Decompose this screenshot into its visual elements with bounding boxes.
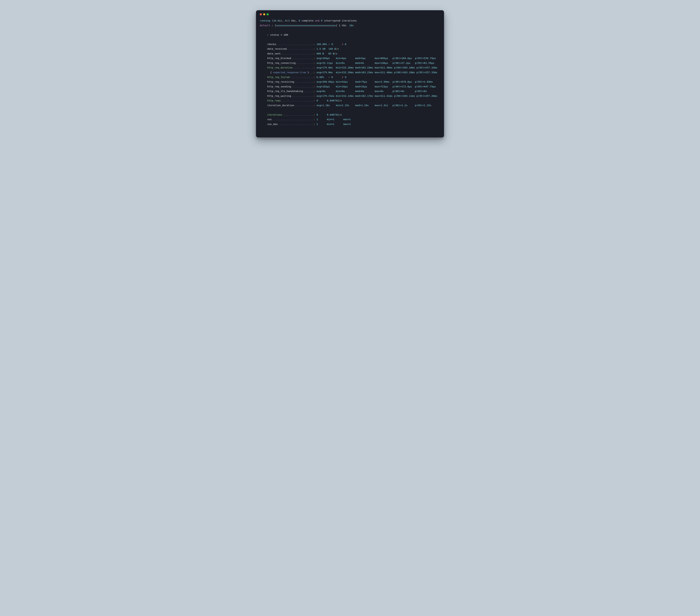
colon: :: [313, 99, 315, 102]
colon: :: [313, 43, 315, 46]
metric-label: http_req_failed: [267, 76, 290, 78]
check-icon: ✓: [270, 24, 275, 27]
indent: [260, 52, 267, 55]
cross-icon: ✗: [342, 76, 345, 78]
check-icon: ✓: [327, 76, 332, 78]
colon: :: [313, 85, 315, 88]
ps-unit: s: [340, 99, 342, 102]
fail-count: 0: [345, 43, 347, 46]
dots: ...: [309, 71, 313, 74]
slash: /: [336, 48, 337, 50]
colon: :: [313, 118, 315, 121]
dots: ............: [296, 62, 314, 64]
pass-count: 9: [332, 43, 333, 46]
dots: ........................: [278, 123, 314, 126]
ps-unit: s: [337, 48, 339, 50]
indent: [260, 99, 267, 102]
indent: [260, 66, 267, 69]
dots: .....................: [282, 113, 313, 116]
dots: ......................: [280, 99, 313, 102]
metric-label: http_req_waiting: [267, 94, 291, 97]
complete-count: 9: [299, 19, 300, 22]
dots: ...............: [291, 57, 313, 60]
terminal-window: running (10.6s), 0/1 VUs, 9 complete and…: [256, 10, 444, 138]
dots: .............: [294, 104, 314, 107]
dots: .............: [294, 80, 314, 83]
slash: /: [335, 52, 336, 55]
colon: :: [313, 66, 315, 69]
colon: :: [313, 94, 315, 97]
indent: [260, 34, 267, 36]
colon: :: [313, 80, 315, 83]
metric-value: 1 min=1 max=1: [315, 123, 351, 126]
metric-label: vus: [267, 118, 272, 121]
metric-value: 900 B 85 B: [315, 52, 335, 55]
terminal-output: running (10.6s), 0/1 VUs, 9 complete and…: [260, 18, 440, 131]
metric-value: 1.5 kB 140 B: [315, 48, 336, 50]
colon: :: [313, 71, 315, 74]
indent: [260, 104, 267, 107]
interrupted-count: 0: [320, 19, 322, 22]
vus-label: VUs,: [290, 19, 299, 22]
dots: ..............: [292, 66, 313, 69]
metric-label: http_req_connecting: [267, 62, 296, 64]
space: [333, 76, 342, 78]
ps-unit: s: [340, 113, 342, 116]
dots: ................: [290, 76, 314, 78]
indent: [260, 118, 267, 121]
metric-label: http_req_receiving: [267, 80, 294, 83]
duration-value: 10.6: [273, 19, 279, 22]
fail-count: 9: [345, 76, 347, 78]
zoom-icon[interactable]: [266, 13, 268, 15]
running-label: running: [260, 19, 270, 22]
close-icon[interactable]: [260, 13, 262, 15]
dots: ..................: [287, 48, 313, 50]
colon: :: [313, 90, 315, 92]
indent: [260, 43, 267, 46]
indent: [260, 76, 267, 78]
complete-label: complete: [300, 19, 315, 22]
bar-open: [: [275, 24, 276, 27]
indent: [260, 62, 267, 64]
indent: [260, 57, 267, 60]
dots: .........................: [276, 43, 313, 46]
colon: :: [313, 57, 315, 60]
scenario-name: default: [260, 24, 270, 27]
dots: ...............: [291, 94, 313, 97]
cross-icon: ✗: [342, 43, 345, 46]
metric-label: checks: [267, 43, 276, 46]
progress-bar: ========================================: [276, 24, 336, 27]
metric-value: 100.00%: [315, 43, 327, 46]
and-word: and: [315, 19, 320, 22]
vus-max: 1: [288, 19, 290, 22]
indent: [260, 94, 267, 97]
duration-open: (: [270, 19, 273, 22]
metric-label: http_req_sending: [267, 85, 291, 88]
metric-stats: avg=179.8ms min=152.26ms med=163.23ms ma…: [315, 66, 437, 69]
progress-duration: 10s: [349, 24, 354, 27]
dots: ............................: [272, 118, 313, 121]
metric-value: 0.00%: [315, 76, 327, 78]
metric-stats: avg=104µs min=4µs med=5µs max=895µs p(90…: [315, 57, 436, 60]
metric-stats: avg=1.18s min=1.15s med=1.16s max=1.31s …: [315, 104, 432, 107]
status-check-label: status = 200: [268, 34, 288, 36]
colon: :: [313, 48, 315, 50]
vus-current: 0: [285, 19, 287, 22]
space: [333, 43, 342, 46]
check-icon: ✓: [327, 43, 332, 46]
ps-unit: s: [336, 52, 337, 55]
metric-value: 9 0.846742: [315, 113, 339, 116]
duration-unit: s),: [279, 19, 285, 22]
brace-close: }: [306, 71, 309, 74]
indent: [260, 48, 267, 50]
metric-stats: avg=0s min=0s med=0s max=0s p(90)=0s p(9…: [315, 90, 427, 92]
indent: [260, 71, 270, 74]
interrupted-label: interrupted iterations: [323, 19, 357, 22]
vus-sep: /: [287, 19, 288, 22]
metric-value: 9 0.846742: [315, 99, 339, 102]
indent: [260, 85, 267, 88]
minimize-icon[interactable]: [263, 13, 265, 15]
dots: ......................: [280, 52, 313, 55]
metric-label: vus_max: [267, 123, 278, 126]
metric-stats: avg=15.11µs min=0s med=0s max=136µs p(90…: [315, 62, 434, 64]
